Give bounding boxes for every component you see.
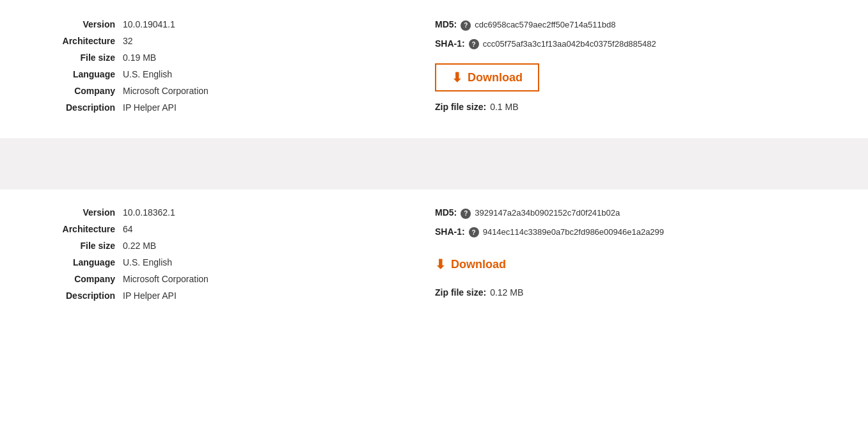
download-label-1: Download bbox=[468, 71, 523, 84]
filesize-label-1: File size bbox=[38, 52, 115, 63]
filesize-value-1: 0.19 MB bbox=[123, 52, 156, 63]
company-row-2: Company Microsoft Corporation bbox=[38, 274, 307, 284]
entry-1-left: Version 10.0.19041.1 Architecture 32 Fil… bbox=[38, 19, 307, 119]
architecture-label-1: Architecture bbox=[38, 36, 115, 46]
architecture-value-2: 64 bbox=[123, 224, 133, 234]
company-row-1: Company Microsoft Corporation bbox=[38, 86, 307, 96]
md5-label-1: MD5: bbox=[435, 19, 457, 29]
sha1-row-1: SHA-1: ? ccc05f75af3a3c1f13aa042b4c0375f… bbox=[435, 38, 830, 50]
sha1-row-2: SHA-1: ? 9414ec114c3389e0a7bc2fd986e0094… bbox=[435, 227, 830, 238]
md5-row-2: MD5: ? 3929147a2a34b0902152c7d0f241b02a bbox=[435, 207, 830, 219]
spacer-block bbox=[0, 138, 868, 189]
filesize-row-1: File size 0.19 MB bbox=[38, 52, 307, 63]
description-value-1: IP Helper API bbox=[123, 102, 177, 113]
zip-row-2: Zip file size: 0.12 MB bbox=[435, 287, 830, 298]
md5-row-1: MD5: ? cdc6958cac579aec2ff50e714a511bd8 bbox=[435, 19, 830, 31]
description-value-2: IP Helper API bbox=[123, 291, 177, 301]
entry-2: Version 10.0.18362.1 Architecture 64 Fil… bbox=[0, 189, 868, 326]
sha1-value-2: 9414ec114c3389e0a7bc2fd986e00946e1a2a299 bbox=[483, 227, 664, 237]
md5-label-2: MD5: bbox=[435, 207, 457, 218]
language-row-2: Language U.S. English bbox=[38, 257, 307, 267]
filesize-label-2: File size bbox=[38, 241, 115, 251]
download-icon-1: ⬇ bbox=[452, 70, 462, 85]
md5-info-icon-1[interactable]: ? bbox=[461, 20, 471, 31]
download-button-1[interactable]: ⬇ Download bbox=[435, 63, 539, 92]
description-label-2: Description bbox=[38, 291, 115, 301]
sha1-info-icon-1[interactable]: ? bbox=[469, 39, 479, 49]
download-icon-2: ⬇ bbox=[435, 257, 446, 272]
zip-row-1: Zip file size: 0.1 MB bbox=[435, 102, 830, 112]
md5-value-2: 3929147a2a34b0902152c7d0f241b02a bbox=[475, 208, 620, 218]
language-row-1: Language U.S. English bbox=[38, 69, 307, 79]
company-value-1: Microsoft Corporation bbox=[123, 86, 209, 96]
architecture-value-1: 32 bbox=[123, 36, 133, 46]
sha1-label-2: SHA-1: bbox=[435, 227, 465, 237]
entry-1-right: MD5: ? cdc6958cac579aec2ff50e714a511bd8 … bbox=[307, 19, 830, 119]
version-value-1: 10.0.19041.1 bbox=[123, 19, 175, 29]
company-label-1: Company bbox=[38, 86, 115, 96]
version-row-2: Version 10.0.18362.1 bbox=[38, 207, 307, 218]
version-value-2: 10.0.18362.1 bbox=[123, 207, 175, 218]
zip-label-2: Zip file size: bbox=[435, 287, 486, 298]
sha1-value-1: ccc05f75af3a3c1f13aa042b4c0375f28d885482 bbox=[483, 39, 656, 49]
company-label-2: Company bbox=[38, 274, 115, 284]
description-row-1: Description IP Helper API bbox=[38, 102, 307, 113]
entry-2-left: Version 10.0.18362.1 Architecture 64 Fil… bbox=[38, 207, 307, 307]
download-label-2: Download bbox=[451, 258, 506, 271]
company-value-2: Microsoft Corporation bbox=[123, 274, 209, 284]
sha1-label-1: SHA-1: bbox=[435, 38, 465, 49]
language-value-2: U.S. English bbox=[123, 257, 172, 267]
architecture-row-2: Architecture 64 bbox=[38, 224, 307, 234]
filesize-value-2: 0.22 MB bbox=[123, 241, 156, 251]
sha1-info-icon-2[interactable]: ? bbox=[469, 227, 479, 237]
md5-value-1: cdc6958cac579aec2ff50e714a511bd8 bbox=[475, 20, 615, 29]
architecture-row-1: Architecture 32 bbox=[38, 36, 307, 46]
description-row-2: Description IP Helper API bbox=[38, 291, 307, 301]
version-label-2: Version bbox=[38, 207, 115, 218]
language-label-1: Language bbox=[38, 69, 115, 79]
download-button-2[interactable]: ⬇ Download bbox=[435, 251, 506, 277]
zip-label-1: Zip file size: bbox=[435, 102, 486, 112]
md5-info-icon-2[interactable]: ? bbox=[461, 209, 471, 219]
entry-2-right: MD5: ? 3929147a2a34b0902152c7d0f241b02a … bbox=[307, 207, 830, 307]
language-label-2: Language bbox=[38, 257, 115, 267]
filesize-row-2: File size 0.22 MB bbox=[38, 241, 307, 251]
description-label-1: Description bbox=[38, 102, 115, 113]
zip-value-1: 0.1 MB bbox=[490, 102, 518, 112]
version-row-1: Version 10.0.19041.1 bbox=[38, 19, 307, 29]
entry-1: Version 10.0.19041.1 Architecture 32 Fil… bbox=[0, 0, 868, 138]
zip-value-2: 0.12 MB bbox=[490, 287, 523, 298]
version-label-1: Version bbox=[38, 19, 115, 29]
architecture-label-2: Architecture bbox=[38, 224, 115, 234]
language-value-1: U.S. English bbox=[123, 69, 172, 79]
